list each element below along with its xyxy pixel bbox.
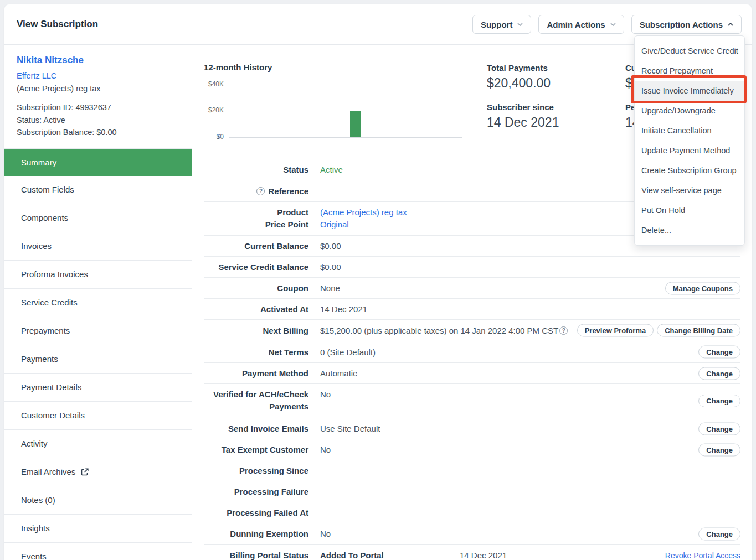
net-terms-value: 0 (Site Default): [320, 348, 376, 357]
sidebar-item-components[interactable]: Components: [4, 204, 192, 232]
y-axis-tick: $40K: [192, 80, 224, 88]
sidebar-item-service-credits[interactable]: Service Credits: [4, 289, 192, 317]
help-icon[interactable]: ?: [559, 326, 568, 335]
verified-ach-label: Verified for ACH/eCheck Payments: [204, 384, 308, 413]
billing-portal-label: Billing Portal Status: [204, 551, 308, 560]
admin-actions-button-label: Admin Actions: [547, 20, 605, 29]
change-billing-date-button[interactable]: Change Billing Date: [657, 324, 740, 337]
chevron-down-icon: [517, 23, 523, 26]
sidebar-item-payments[interactable]: Payments: [4, 345, 192, 374]
change-net-terms-button[interactable]: Change: [698, 346, 740, 359]
billing-portal-status: Added To Portal: [320, 551, 384, 560]
activated-at-row: Activated At 14 Dec 2021: [204, 299, 740, 320]
next-billing-row: Next Billing $15,200.00 (plus applicable…: [204, 320, 740, 341]
net-terms-row: Net Terms 0 (Site Default) Change: [204, 341, 740, 363]
status-value: Active: [320, 165, 343, 174]
dunning-exemption-row: Dunning Exemption No Change: [204, 523, 740, 545]
price-point-link[interactable]: Original: [320, 219, 349, 231]
service-credit-balance-row: Service Credit Balance $0.00: [204, 257, 740, 278]
tax-exempt-label: Tax Exempt Customer: [204, 445, 308, 454]
menu-item-give-deduct-service-credit[interactable]: Give/Deduct Service Credit: [635, 41, 744, 61]
sidebar-item-payment-details[interactable]: Payment Details: [4, 374, 192, 402]
subscription-actions-button[interactable]: Subscription Actions: [631, 15, 742, 34]
processing-failed-at-row: Processing Failed At: [204, 502, 740, 523]
next-billing-label: Next Billing: [204, 326, 308, 335]
change-verified-ach-button[interactable]: Change: [698, 395, 740, 407]
subscription-id: Subscription ID: 49932637: [17, 101, 179, 114]
activated-at-label: Activated At: [204, 304, 308, 314]
admin-actions-button[interactable]: Admin Actions: [538, 15, 624, 34]
change-payment-method-button[interactable]: Change: [698, 367, 740, 380]
payment-method-value: Automatic: [320, 369, 357, 378]
product-link[interactable]: (Acme Projects) reg tax: [320, 206, 407, 219]
billing-portal-row: Billing Portal Status Added To Portal 14…: [204, 545, 740, 560]
total-payments-label: Total Payments: [487, 63, 559, 72]
coupon-value: None: [320, 283, 340, 293]
revoke-portal-access-link[interactable]: Revoke Portal Access: [665, 551, 740, 560]
sidebar-item-email-archives-label: Email Archives: [21, 458, 75, 486]
manage-coupons-button[interactable]: Manage Coupons: [665, 282, 740, 294]
coupon-row: Coupon None Manage Coupons: [204, 278, 740, 299]
subscription-actions-menu: Give/Deduct Service Credit Record Prepay…: [634, 35, 745, 246]
payment-method-label: Payment Method: [204, 369, 308, 378]
sidebar-item-custom-fields[interactable]: Custom Fields: [4, 176, 192, 204]
product-values: (Acme Projects) reg tax Original: [320, 206, 407, 231]
next-billing-value: $15,200.00 (plus applicable taxes) on 14…: [320, 326, 568, 335]
sidebar-item-invoices[interactable]: Invoices: [4, 232, 192, 261]
price-point-label: Price Point: [204, 219, 308, 231]
processing-failure-row: Processing Failure: [204, 481, 740, 502]
reference-label: ? Reference: [204, 186, 308, 196]
sidebar-item-customer-details[interactable]: Customer Details: [4, 402, 192, 430]
chart-bars: [229, 85, 462, 137]
activated-at-value: 14 Dec 2021: [320, 304, 367, 314]
menu-item-record-prepayment[interactable]: Record Prepayment: [635, 61, 744, 81]
gridline: [229, 137, 462, 138]
status-label: Status: [204, 165, 308, 174]
preview-proforma-button[interactable]: Preview Proforma: [577, 324, 654, 337]
menu-item-upgrade-downgrade[interactable]: Upgrade/Downgrade: [635, 101, 744, 121]
sidebar: Nikita Nitzsche Effertz LLC (Acme Projec…: [4, 45, 192, 560]
verified-ach-value: No: [320, 384, 331, 401]
total-payments-value: $20,400.00: [487, 76, 559, 91]
sidebar-item-summary[interactable]: Summary: [4, 149, 192, 176]
sidebar-item-activity[interactable]: Activity: [4, 430, 192, 458]
sidebar-item-insights[interactable]: Insights: [4, 515, 192, 543]
menu-item-delete[interactable]: Delete...: [635, 220, 744, 240]
billing-portal-date: 14 Dec 2021: [460, 551, 507, 560]
chevron-down-icon: [610, 23, 616, 26]
customer-meta: Subscription ID: 49932637 Status: Active…: [17, 101, 179, 139]
customer-summary: Nikita Nitzsche Effertz LLC (Acme Projec…: [4, 45, 192, 148]
customer-company-link[interactable]: Effertz LLC: [17, 71, 179, 80]
sidebar-item-proforma-invoices[interactable]: Proforma Invoices: [4, 261, 192, 289]
net-terms-label: Net Terms: [204, 348, 308, 357]
dunning-exemption-value: No: [320, 529, 331, 538]
menu-item-put-on-hold[interactable]: Put On Hold: [635, 200, 744, 220]
chart-title: 12-month History: [204, 63, 272, 72]
subscriber-since-label: Subscriber since: [487, 102, 559, 112]
y-axis-tick: $0: [192, 133, 224, 141]
customer-name-link[interactable]: Nikita Nitzsche: [17, 55, 179, 66]
product-labels: Product Price Point: [204, 206, 308, 231]
change-send-invoice-emails-button[interactable]: Change: [698, 422, 740, 435]
change-dunning-exemption-button[interactable]: Change: [698, 527, 740, 540]
subscription-balance: Subscription Balance: $0.00: [17, 126, 179, 139]
customer-product: (Acme Projects) reg tax: [17, 84, 179, 93]
menu-item-view-self-service-page[interactable]: View self-service page: [635, 180, 744, 200]
tax-exempt-value: No: [320, 445, 331, 454]
send-invoice-emails-label: Send Invoice Emails: [204, 424, 308, 433]
subscription-status: Status: Active: [17, 114, 179, 127]
verified-ach-row: Verified for ACH/eCheck Payments No Chan…: [204, 384, 740, 418]
change-tax-exempt-button[interactable]: Change: [698, 443, 740, 456]
sidebar-item-notes[interactable]: Notes (0): [4, 486, 192, 515]
menu-item-issue-invoice-immediately[interactable]: Issue Invoice Immediately: [635, 81, 744, 101]
processing-failed-at-label: Processing Failed At: [204, 508, 308, 517]
sidebar-item-events[interactable]: Events: [4, 543, 192, 560]
sidebar-item-prepayments[interactable]: Prepayments: [4, 317, 192, 345]
support-button-label: Support: [481, 20, 513, 29]
menu-item-initiate-cancellation[interactable]: Initiate Cancellation: [635, 121, 744, 141]
help-icon[interactable]: ?: [256, 187, 265, 195]
menu-item-update-payment-method[interactable]: Update Payment Method: [635, 141, 744, 160]
menu-item-create-subscription-group[interactable]: Create Subscription Group: [635, 160, 744, 180]
support-button[interactable]: Support: [472, 15, 532, 34]
sidebar-item-email-archives[interactable]: Email Archives: [4, 458, 192, 486]
